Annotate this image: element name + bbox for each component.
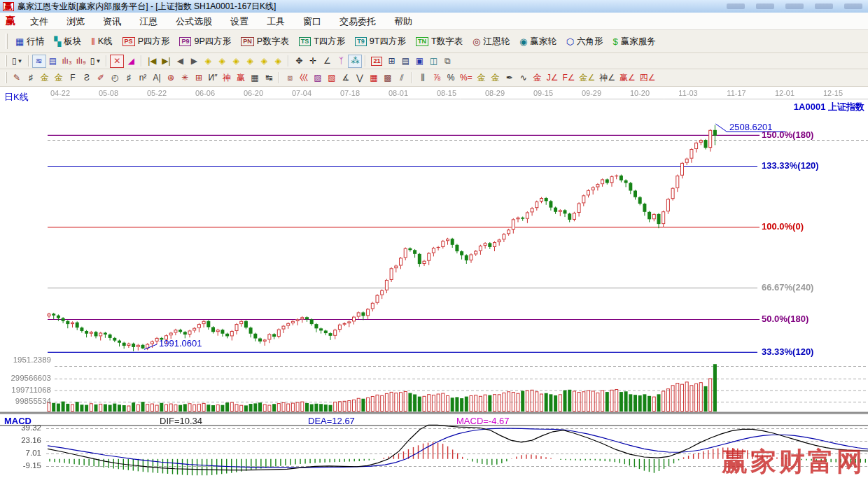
- tool-zoom-left[interactable]: ◈: [201, 55, 215, 68]
- tool-gann-ying[interactable]: 赢: [234, 71, 248, 85]
- toolbar-item-9t-square[interactable]: T99T四方形: [350, 34, 411, 49]
- menu-item-10[interactable]: 帮助: [385, 15, 421, 28]
- tool-gann-dial[interactable]: ◴: [108, 71, 122, 85]
- menu-item-9[interactable]: 交易委托: [330, 15, 385, 28]
- tool-gann-angle-fan[interactable]: ∡: [339, 71, 353, 85]
- tool-gann-gold-circle[interactable]: 金: [475, 71, 489, 85]
- menu-item-1[interactable]: 文件: [21, 15, 57, 28]
- tool-gann-n2[interactable]: n²: [136, 71, 150, 85]
- tool-gann-gold-fence-2[interactable]: 金: [52, 71, 66, 85]
- toolbar-item-sectors[interactable]: ▚板块: [49, 34, 86, 49]
- tool-gann-zigzag[interactable]: ⋁: [353, 71, 367, 85]
- tool-gann-shen-angle[interactable]: 神∠: [597, 71, 617, 85]
- tool-gann-fence[interactable]: ♯: [24, 71, 38, 85]
- tool-gann-j-angle[interactable]: J∠: [545, 71, 561, 85]
- price-chart-canvas[interactable]: [0, 87, 868, 478]
- menu-item-2[interactable]: 浏览: [57, 15, 94, 28]
- tool-skip-end[interactable]: ▶|: [159, 55, 173, 68]
- toolbar-item-t-square[interactable]: TST四方形: [294, 34, 351, 49]
- titlebar-faded-item[interactable]: [756, 3, 774, 9]
- tool-bars-9[interactable]: ılı₉: [74, 55, 88, 68]
- toolbar-item-winner-service[interactable]: $赢家服务: [608, 34, 661, 49]
- menu-item-7[interactable]: 工具: [258, 15, 294, 28]
- tool-gann-rays[interactable]: 巛: [297, 71, 311, 85]
- tool-gann-f-angle[interactable]: F∠: [560, 71, 577, 85]
- toolbar-item-winner-wheel[interactable]: ◉赢家轮: [514, 34, 561, 49]
- tool-gann-a-line[interactable]: A|: [150, 71, 164, 85]
- tool-gann-starburst[interactable]: ✳: [178, 71, 192, 85]
- toolbar-item-p-square[interactable]: PSP四方形: [118, 34, 175, 49]
- tool-info-panel[interactable]: ▤: [46, 55, 60, 68]
- tool-gann-box-diag-purple[interactable]: ▨: [311, 71, 325, 85]
- tool-gann-grid-dark[interactable]: ▩: [381, 71, 395, 85]
- tool-gann-pen[interactable]: ✎: [10, 71, 24, 85]
- toolbar-item-t-number-table[interactable]: TNT数字表: [411, 34, 468, 49]
- tool-hand-tool[interactable]: ✥: [292, 55, 306, 68]
- tool-gann-f-fence[interactable]: F: [66, 71, 80, 85]
- tool-zoom-right[interactable]: ◈: [215, 55, 229, 68]
- tool-gann-grid-123[interactable]: ▦: [248, 71, 262, 85]
- toolbar-item-hexagon[interactable]: ⬡六角形: [561, 34, 608, 49]
- titlebar-faded-item[interactable]: [785, 3, 804, 9]
- tool-calendar[interactable]: 21: [369, 55, 384, 68]
- tool-volume-style[interactable]: ◢: [124, 55, 138, 68]
- tool-gann-box-diag-red[interactable]: ▧: [325, 71, 339, 85]
- menu-item-5[interactable]: 公式选股: [167, 15, 221, 28]
- tool-magnet-tool[interactable]: ᛉ: [334, 55, 348, 68]
- tool-expand-h[interactable]: ◈: [257, 55, 271, 68]
- tool-brain-tool[interactable]: ⁂: [348, 55, 362, 68]
- tool-gann-gold-lines[interactable]: 金: [489, 71, 503, 85]
- menu-item-6[interactable]: 设置: [221, 15, 258, 28]
- tool-gann-parallel[interactable]: ⫽: [395, 71, 409, 85]
- toolbar-item-9p-square[interactable]: P99P四方形: [174, 34, 236, 49]
- toolbar-item-quotes[interactable]: ▦行情: [10, 34, 49, 49]
- tool-candle-style[interactable]: ▯▼: [88, 55, 104, 68]
- toolbar-item-p-number-table[interactable]: PNP数字表: [236, 34, 293, 49]
- tool-gann-gold-angle[interactable]: 金∠: [578, 71, 598, 85]
- tool-gann-shen[interactable]: 神: [220, 71, 234, 85]
- tool-gann-grid-star[interactable]: ⊞: [192, 71, 206, 85]
- tool-save[interactable]: ▣: [412, 55, 426, 68]
- menu-item-4[interactable]: 江恩: [130, 15, 167, 28]
- tool-bars-3[interactable]: ılı₃: [60, 55, 74, 68]
- toolbar-item-kline[interactable]: ⫴K线: [86, 34, 117, 49]
- tool-next-bar[interactable]: ▶: [187, 55, 201, 68]
- tool-workstation[interactable]: ⧉: [440, 55, 454, 68]
- tool-gann-wave-a[interactable]: ∿: [517, 71, 531, 85]
- tool-gann-ink-pen[interactable]: ✒: [503, 71, 517, 85]
- tool-gann-red-pen[interactable]: ✐: [94, 71, 108, 85]
- tool-zoom-in[interactable]: ◈: [229, 55, 243, 68]
- tool-network[interactable]: ◫: [426, 55, 440, 68]
- titlebar-faded-item[interactable]: [844, 3, 862, 9]
- tool-gann-bars-dots[interactable]: ⫼: [416, 71, 430, 85]
- title-bar[interactable]: 赢 赢家江恩专业版[赢家内部服务平台] - [上证指数 SH1A0001-167…: [0, 0, 868, 13]
- tool-gann-i-marks[interactable]: И″: [206, 71, 220, 85]
- titlebar-faded-item[interactable]: [727, 3, 745, 9]
- toolbar-item-gann-wheel[interactable]: ◎江恩轮: [468, 34, 514, 49]
- tool-skip-start[interactable]: |◀: [145, 55, 159, 68]
- tool-gann-pct[interactable]: %: [444, 71, 458, 85]
- tool-gann-si-angle[interactable]: 四∠: [638, 71, 658, 85]
- tool-gann-pct-lines[interactable]: %=: [458, 71, 475, 85]
- tool-gann-gold-fence-1[interactable]: 金: [38, 71, 52, 85]
- tool-chart-image[interactable]: ≋: [32, 55, 46, 68]
- tool-notes[interactable]: ▤: [398, 55, 412, 68]
- tool-period-selector[interactable]: ▯▼: [10, 55, 25, 68]
- tool-prev-bar[interactable]: ◀: [173, 55, 187, 68]
- menu-item-3[interactable]: 资讯: [94, 15, 130, 28]
- menu-item-8[interactable]: 窗口: [294, 15, 330, 28]
- tool-expand-v[interactable]: ◈: [271, 55, 285, 68]
- tool-gann-box-handles[interactable]: ⧈: [283, 71, 297, 85]
- tool-pattern-tool[interactable]: ✕: [110, 55, 124, 68]
- tool-crosshair-tool[interactable]: ✛: [306, 55, 320, 68]
- tool-gann-spiral[interactable]: Ƨ: [80, 71, 94, 85]
- tool-gann-gold-red[interactable]: 金: [531, 71, 545, 85]
- tool-zoom-out[interactable]: ◈: [243, 55, 257, 68]
- tool-gann-pct-slash[interactable]: ⅞: [430, 71, 444, 85]
- tool-gann-ying-angle[interactable]: 赢∠: [617, 71, 638, 85]
- tool-gann-target[interactable]: ⊕: [164, 71, 178, 85]
- tool-angle-measure-tool[interactable]: ∠: [320, 55, 334, 68]
- tool-gann-span-arrow[interactable]: ↹: [262, 71, 276, 85]
- tool-calculator[interactable]: ⊞: [384, 55, 398, 68]
- titlebar-faded-item[interactable]: [815, 3, 833, 9]
